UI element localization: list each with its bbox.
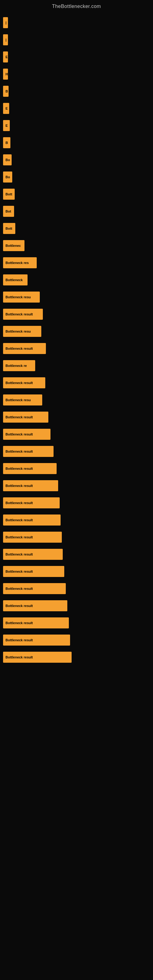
bar-row: Bottlenec <box>3 238 153 254</box>
bar-row: Bottleneck result <box>3 563 153 579</box>
bar-row: H <box>3 66 153 82</box>
bar-label: Bottleneck <box>3 274 27 285</box>
bar-label: E <box>3 120 10 131</box>
bar-row: Bottleneck result <box>3 340 153 356</box>
bar-label: Bottleneck result <box>3 343 46 354</box>
bar-row: Bottleneck result <box>3 495 153 511</box>
bar-row: Bottleneck result <box>3 306 153 322</box>
bar-label: Bottleneck result <box>3 652 72 663</box>
bar-label: Bottleneck resu <box>3 291 40 302</box>
bar-label: Bottleneck result <box>3 446 54 457</box>
bar-row: Bottleneck result <box>3 649 153 665</box>
bar-label: Bottleneck result <box>3 617 69 628</box>
bar-row: E <box>3 49 153 65</box>
bar-label: Bot <box>3 206 14 217</box>
bars-container: ||EHBEEBBoBoBottBotBottBottlenecBottlene… <box>0 12 153 670</box>
bar-label: Bottlenec <box>3 240 24 251</box>
site-title: TheBottlenecker.com <box>0 0 153 12</box>
bar-label: Bottleneck result <box>3 480 58 491</box>
bar-row: Bottleneck result <box>3 632 153 648</box>
bar-label: Bottleneck result <box>3 412 48 423</box>
bar-row: E <box>3 100 153 116</box>
bar-row: Bottleneck result <box>3 529 153 545</box>
bar-label: Bottleneck re <box>3 360 35 371</box>
bar-row: Bottleneck result <box>3 409 153 425</box>
bar-label: Bott <box>3 189 15 200</box>
bar-label: Bottleneck result <box>3 429 51 440</box>
bar-label: Bottleneck resu <box>3 395 42 406</box>
bar-label: Bottleneck result <box>3 497 60 508</box>
bar-label: H <box>3 68 8 80</box>
bar-label: Bottleneck result <box>3 600 67 611</box>
bar-label: Bottleneck result <box>3 514 61 525</box>
bar-row: Bottleneck result <box>3 478 153 494</box>
bar-row: Bot <box>3 204 153 219</box>
bar-label: Bottleneck result <box>3 566 64 577</box>
bar-row: Bottleneck result <box>3 546 153 562</box>
bar-label: Bottleneck resu <box>3 326 41 337</box>
bar-row: Bottleneck result <box>3 461 153 477</box>
bar-label: Bottleneck result <box>3 635 70 646</box>
bar-row: Bottleneck result <box>3 615 153 631</box>
bar-row: | <box>3 32 153 48</box>
bar-row: Bottleneck result <box>3 426 153 442</box>
bar-row: Bottleneck result <box>3 444 153 460</box>
bar-row: Bottleneck result <box>3 598 153 614</box>
bar-label: Bottleneck result <box>3 531 62 542</box>
bar-label: Bottleneck result <box>3 377 45 388</box>
bar-row: B <box>3 83 153 99</box>
bar-label: Bottleneck result <box>3 583 66 594</box>
bar-label: Bottleneck res <box>3 257 37 268</box>
bar-row: Bottleneck resu <box>3 289 153 305</box>
bar-row: Bott <box>3 186 153 202</box>
bar-row: B <box>3 135 153 151</box>
bar-row: Bottleneck re <box>3 358 153 374</box>
bar-label: B <box>3 86 9 97</box>
bar-label: Bottleneck result <box>3 309 43 320</box>
bar-row: Bo <box>3 152 153 168</box>
bar-label: | <box>3 34 8 45</box>
bar-row: Bottleneck resu <box>3 323 153 339</box>
bar-label: Bottleneck result <box>3 549 63 560</box>
bar-label: Bo <box>3 172 12 183</box>
bar-row: Bott <box>3 221 153 236</box>
bar-row: E <box>3 118 153 134</box>
bar-label: Bott <box>3 223 15 234</box>
bar-label: Bo <box>3 154 12 165</box>
bar-row: | <box>3 15 153 30</box>
bar-label: E <box>3 51 8 62</box>
bar-row: Bo <box>3 169 153 185</box>
bar-row: Bottleneck result <box>3 375 153 391</box>
bar-row: Bottleneck result <box>3 512 153 528</box>
bar-label: | <box>3 17 8 28</box>
bar-row: Bottleneck result <box>3 581 153 597</box>
bar-row: Bottleneck res <box>3 255 153 271</box>
bar-row: Bottleneck <box>3 272 153 288</box>
bar-label: B <box>3 137 10 148</box>
bar-label: E <box>3 103 9 114</box>
bar-label: Bottleneck result <box>3 463 57 474</box>
bar-row: Bottleneck resu <box>3 392 153 408</box>
